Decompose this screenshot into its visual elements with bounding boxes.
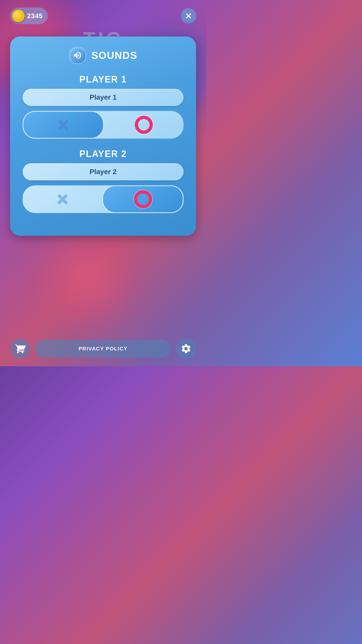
player1-name-input[interactable]: Player 1 bbox=[23, 89, 184, 106]
close-button[interactable] bbox=[181, 8, 196, 23]
player2-symbol-selector[interactable] bbox=[23, 185, 184, 213]
player2-section-label: PLAYER 2 bbox=[23, 149, 184, 159]
o-symbol-2 bbox=[134, 190, 152, 208]
settings-button[interactable] bbox=[176, 339, 196, 359]
o-symbol bbox=[135, 116, 153, 134]
sounds-label: SOUNDS bbox=[91, 50, 137, 61]
coin-icon bbox=[12, 10, 25, 22]
player2-x-option[interactable] bbox=[23, 185, 102, 213]
sound-toggle-button[interactable] bbox=[69, 47, 86, 64]
sound-icon bbox=[73, 51, 82, 60]
coin-count: 2345 bbox=[27, 12, 43, 20]
player1-symbol-selector[interactable] bbox=[23, 111, 184, 139]
bottom-bar: PRIVACY POLICY bbox=[0, 339, 206, 359]
privacy-policy-button[interactable]: PRIVACY POLICY bbox=[35, 340, 171, 357]
player1-x-option[interactable] bbox=[23, 111, 104, 139]
x-symbol-2 bbox=[55, 192, 70, 207]
player2-o-option[interactable] bbox=[102, 185, 184, 213]
coin-badge: 2345 bbox=[10, 8, 48, 24]
bg-decoration-3 bbox=[50, 240, 126, 316]
x-symbol bbox=[56, 117, 71, 132]
settings-modal: SOUNDS PLAYER 1 Player 1 PLAYER 2 Player… bbox=[10, 36, 196, 236]
top-bar: 2345 bbox=[0, 8, 206, 24]
sounds-row: SOUNDS bbox=[23, 47, 184, 64]
shop-button[interactable] bbox=[10, 339, 30, 359]
gear-icon bbox=[180, 343, 192, 354]
player2-name-input[interactable]: Player 2 bbox=[23, 163, 184, 180]
player1-section-label: PLAYER 1 bbox=[23, 74, 184, 85]
player1-o-option[interactable] bbox=[104, 111, 184, 139]
cart-icon bbox=[15, 343, 26, 354]
